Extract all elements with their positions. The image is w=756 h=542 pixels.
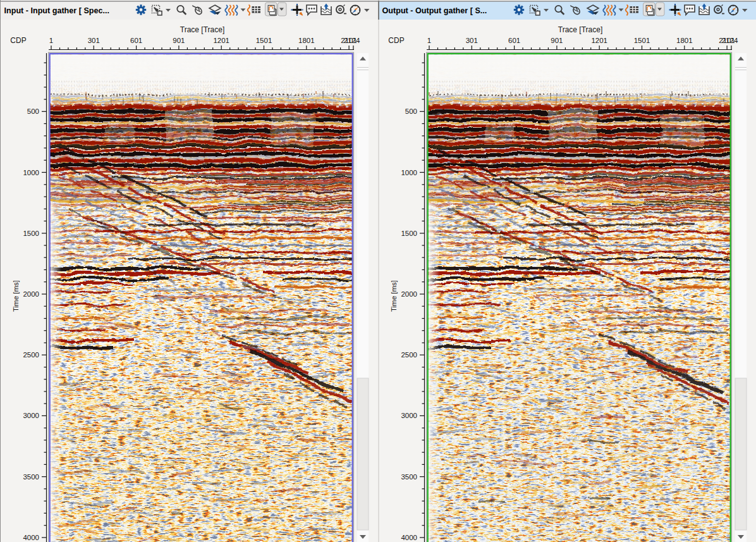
svg-text:3500: 3500 — [23, 473, 39, 481]
svg-text:500: 500 — [405, 108, 417, 115]
svg-text:901: 901 — [551, 37, 563, 44]
svg-text:CDP: CDP — [388, 36, 404, 45]
svg-text:601: 601 — [508, 37, 520, 44]
svg-text:CDP: CDP — [10, 36, 26, 45]
svg-text:1801: 1801 — [298, 37, 315, 44]
svg-text:1201: 1201 — [213, 37, 229, 44]
svg-text:2000: 2000 — [401, 290, 417, 298]
svg-text:4000: 4000 — [401, 534, 417, 541]
svg-text:1501: 1501 — [634, 37, 650, 44]
svg-text:301: 301 — [88, 37, 100, 44]
svg-text:1201: 1201 — [591, 37, 607, 44]
svg-text:4000: 4000 — [23, 534, 39, 541]
svg-text:Input - Input gather [ Spec...: Input - Input gather [ Spec... — [4, 6, 110, 15]
svg-text:901: 901 — [173, 37, 185, 44]
svg-text:1: 1 — [427, 37, 431, 44]
svg-text:2500: 2500 — [401, 351, 417, 359]
svg-text:3500: 3500 — [401, 473, 417, 481]
svg-text:Trace [Trace]: Trace [Trace] — [558, 25, 602, 34]
svg-text:601: 601 — [130, 37, 142, 44]
svg-text:1500: 1500 — [401, 230, 417, 237]
svg-text:1801: 1801 — [676, 37, 693, 44]
svg-text:Time [ms]: Time [ms] — [12, 280, 20, 312]
svg-text:1500: 1500 — [23, 230, 39, 237]
svg-text:2000: 2000 — [23, 290, 39, 298]
svg-text:301: 301 — [466, 37, 478, 44]
svg-text:1000: 1000 — [401, 169, 417, 176]
svg-text:Output - Output gather [ S...: Output - Output gather [ S... — [382, 6, 487, 15]
svg-text:3000: 3000 — [23, 412, 39, 419]
svg-text:2124: 2124 — [722, 37, 738, 44]
svg-text:Trace [Trace]: Trace [Trace] — [180, 25, 224, 34]
svg-text:1501: 1501 — [256, 37, 272, 44]
svg-text:3000: 3000 — [401, 412, 417, 419]
svg-text:2124: 2124 — [344, 37, 360, 44]
svg-text:Time [ms]: Time [ms] — [390, 280, 398, 312]
svg-text:1: 1 — [49, 37, 53, 44]
svg-text:1000: 1000 — [23, 169, 39, 176]
svg-text:2500: 2500 — [23, 351, 39, 359]
svg-text:500: 500 — [27, 108, 39, 115]
